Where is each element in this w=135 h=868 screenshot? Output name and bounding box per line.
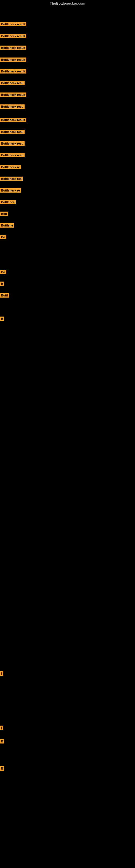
bottleneck-result-label: Bottlene (0, 223, 14, 227)
bottleneck-result-label: B (0, 316, 4, 321)
bottleneck-result-label: B (0, 766, 4, 771)
bottleneck-result-label: Bottleneck resu (0, 141, 25, 146)
bottleneck-result-label: Bott (0, 212, 8, 216)
bottleneck-result-label: Bottleneck res (0, 177, 23, 181)
bottleneck-result-label: Bo (0, 270, 6, 274)
bottleneck-result-label: Bottleneck resu (0, 81, 25, 85)
bottleneck-result-label: Bottleneck resu (0, 130, 25, 134)
bottleneck-result-label: Bottleneck result (0, 22, 26, 26)
bottleneck-result-label: Bottleneck result (0, 45, 26, 50)
bottleneck-result-label: Bottleneck re (0, 188, 21, 193)
bottleneck-result-label: B (0, 282, 4, 286)
bottleneck-result-label: Bottleneck resu (0, 153, 25, 157)
bottleneck-result-label: B (0, 739, 4, 744)
site-title: TheBottlenecker.com (0, 0, 135, 7)
bottleneck-result-label: Bottleneck result (0, 93, 26, 97)
bottleneck-result-label: Bo (0, 235, 6, 239)
bottleneck-result-label: Bottleneck re (0, 165, 21, 169)
bottleneck-result-label: Bottlenec (0, 200, 16, 204)
bottleneck-result-label: | (0, 671, 3, 676)
bottleneck-result-label: Bottleneck result (0, 118, 26, 122)
bottleneck-result-label: Bottleneck result (0, 34, 26, 38)
bottleneck-result-label: Bottleneck resu (0, 104, 25, 109)
bottleneck-result-label: Bottleneck result (0, 58, 26, 62)
bottleneck-result-label: Bottleneck result (0, 69, 26, 73)
bottleneck-result-label: Bottl (0, 293, 9, 298)
bottleneck-result-label: | (0, 725, 3, 730)
